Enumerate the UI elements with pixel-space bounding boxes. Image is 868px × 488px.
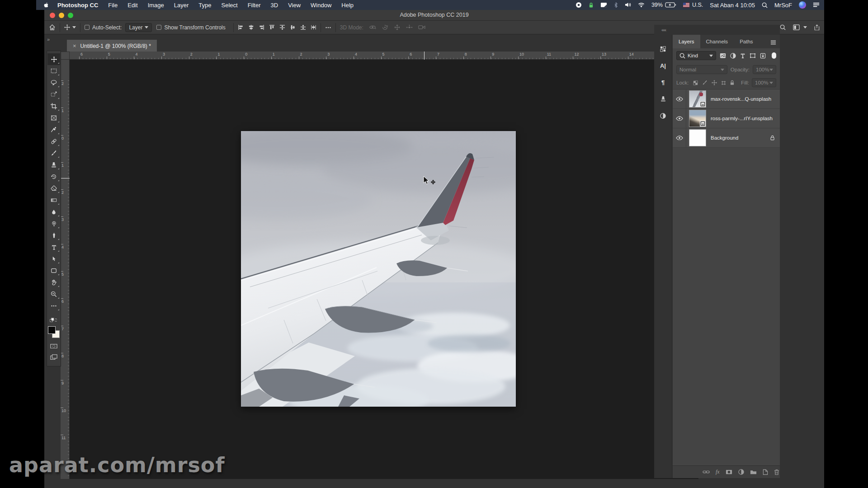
menu-item[interactable]: 3D <box>271 2 278 9</box>
tab-channels[interactable]: Channels <box>700 35 734 48</box>
layer-row-background[interactable]: Background <box>673 128 780 148</box>
chevron-down-icon[interactable] <box>803 26 807 28</box>
new-adjustment-layer-icon[interactable] <box>738 469 744 475</box>
close-document-icon[interactable]: × <box>73 42 76 49</box>
auto-select-combo[interactable]: Layer <box>125 23 152 32</box>
spotlight-search-icon[interactable] <box>762 2 768 8</box>
delete-layer-icon[interactable] <box>774 469 779 475</box>
menu-item[interactable]: Type <box>198 2 211 9</box>
frame-tool[interactable] <box>47 112 60 124</box>
adjustments-panel-icon[interactable] <box>656 108 671 123</box>
gradient-tool[interactable] <box>47 194 60 206</box>
chevron-down-icon[interactable] <box>72 26 76 28</box>
move-tool[interactable] <box>47 53 60 65</box>
auto-select-checkbox[interactable] <box>85 25 90 30</box>
layer-visibility-cell[interactable] <box>673 128 686 147</box>
notification-center-icon[interactable] <box>813 2 820 7</box>
new-group-icon[interactable] <box>750 469 757 474</box>
layer-visibility-cell[interactable] <box>673 89 686 108</box>
crop-tool[interactable] <box>47 100 60 112</box>
layer-thumbnail[interactable] <box>689 110 706 127</box>
layer-thumbnail[interactable] <box>689 129 706 146</box>
align-top-edges-icon[interactable] <box>269 24 275 30</box>
lock-status-icon[interactable] <box>589 2 594 8</box>
input-source[interactable]: U.S. <box>683 2 703 8</box>
link-layers-icon[interactable] <box>703 470 710 474</box>
menu-app-name[interactable]: Photoshop CC <box>57 2 98 9</box>
layer-effects-icon[interactable]: fx <box>716 469 720 475</box>
distribute-bottom-edges-icon[interactable] <box>300 24 306 30</box>
menu-username[interactable]: MrSoF <box>774 2 792 9</box>
dodge-tool[interactable] <box>47 218 60 230</box>
layer-row-max-rovensk[interactable]: max-rovensk...Q-unsplash <box>673 89 780 109</box>
document-tab[interactable]: × Untitled-1 @ 100% (RGB/8) * <box>67 40 157 52</box>
layer-name[interactable]: max-rovensk...Q-unsplash <box>711 96 771 102</box>
lock-artboard-icon[interactable] <box>721 80 726 85</box>
lock-image-pixels-icon[interactable] <box>702 80 708 85</box>
eyedropper-tool[interactable] <box>47 124 60 136</box>
hand-tool[interactable] <box>47 277 60 288</box>
layer-thumbnail[interactable] <box>689 90 706 108</box>
foreground-color-swatch[interactable] <box>48 326 56 334</box>
history-brush-tool[interactable] <box>47 171 60 183</box>
filter-type-layers-icon[interactable] <box>740 53 745 58</box>
siri-icon[interactable] <box>799 1 806 9</box>
add-layer-mask-icon[interactable] <box>726 469 732 474</box>
fill-combo[interactable]: 100% <box>752 78 776 87</box>
swatches-panel-icon[interactable] <box>656 41 671 56</box>
new-layer-icon[interactable] <box>763 469 768 475</box>
screen-record-icon[interactable] <box>576 2 582 8</box>
filter-pixel-layers-icon[interactable] <box>720 53 726 58</box>
menu-item[interactable]: Edit <box>127 2 137 9</box>
menu-item[interactable]: Filter <box>248 2 261 9</box>
screen-mirroring-icon[interactable] <box>600 2 607 8</box>
home-icon[interactable] <box>49 24 56 31</box>
align-left-edges-icon[interactable] <box>238 24 244 30</box>
menu-item[interactable]: Help <box>341 2 354 9</box>
distribute-top-edges-icon[interactable] <box>279 24 285 30</box>
edit-toolbar-button[interactable] <box>47 300 60 312</box>
tab-overflow-chevrons[interactable]: » <box>47 37 49 42</box>
eraser-tool[interactable] <box>47 183 60 194</box>
lock-all-icon[interactable] <box>730 80 734 85</box>
distribute-vertical-centers-icon[interactable] <box>290 24 296 30</box>
more-options-icon[interactable] <box>325 24 331 31</box>
lock-transparent-pixels-icon[interactable] <box>693 80 698 85</box>
paragraph-panel-icon[interactable]: ¶ <box>656 75 671 90</box>
bluetooth-icon[interactable] <box>614 2 618 8</box>
panel-menu-icon[interactable] <box>770 38 776 47</box>
filter-adjustment-layers-icon[interactable] <box>730 53 736 59</box>
menu-item[interactable]: View <box>288 2 301 9</box>
lasso-tool[interactable] <box>47 77 60 89</box>
zoom-tool[interactable] <box>47 288 60 300</box>
brush-tool[interactable] <box>47 147 60 159</box>
show-transform-checkbox[interactable] <box>156 25 161 30</box>
eye-icon[interactable] <box>676 136 683 141</box>
pen-tool[interactable] <box>47 230 60 241</box>
battery-status[interactable]: 39% <box>651 2 676 8</box>
horizontal-ruler[interactable]: 654321012345678910111213141516 <box>70 52 698 60</box>
character-panel-icon[interactable]: A| <box>656 58 671 73</box>
filter-shape-layers-icon[interactable] <box>750 53 756 58</box>
eye-icon[interactable] <box>676 116 683 121</box>
object-selection-tool[interactable] <box>47 89 60 100</box>
apple-menu-icon[interactable] <box>43 2 49 8</box>
spot-healing-brush-tool[interactable] <box>47 136 60 147</box>
layer-row-ross-parmly[interactable]: ross-parmly-...rIY-unsplash <box>673 109 780 128</box>
layer-name[interactable]: Background <box>711 135 738 141</box>
blur-tool[interactable] <box>47 206 60 218</box>
filter-smart-objects-icon[interactable] <box>760 53 766 59</box>
dock-collapse-chevrons[interactable]: «« <box>661 27 666 33</box>
menu-item[interactable]: Image <box>148 2 164 9</box>
vertical-ruler[interactable]: 2101234567891011 <box>61 60 70 479</box>
menu-item[interactable]: Select <box>221 2 237 9</box>
lock-position-icon[interactable] <box>712 80 717 85</box>
screen-mode-button[interactable] <box>47 352 60 362</box>
eye-icon[interactable] <box>676 97 683 102</box>
volume-icon[interactable] <box>625 2 631 7</box>
quick-mask-button[interactable] <box>47 341 60 352</box>
menu-item[interactable]: File <box>108 2 118 9</box>
path-selection-tool[interactable] <box>47 253 60 265</box>
layer-name[interactable]: ross-parmly-...rIY-unsplash <box>711 116 773 121</box>
color-swatches[interactable] <box>48 326 60 338</box>
